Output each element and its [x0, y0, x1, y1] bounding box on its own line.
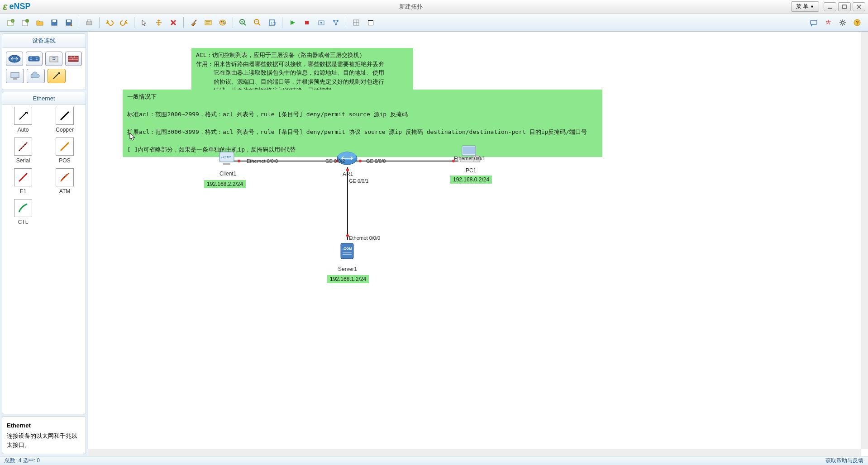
delete-icon[interactable] [167, 16, 180, 29]
conn-e1[interactable]: E1 [7, 168, 39, 195]
huawei-icon[interactable] [822, 16, 835, 29]
conn-pos[interactable]: POS [48, 138, 81, 164]
stop-icon[interactable] [300, 16, 313, 29]
svg-text:1:1: 1:1 [271, 21, 276, 25]
text-icon[interactable] [202, 16, 215, 29]
sidebar: 设备连线 Ethernet Auto Copper [0, 32, 88, 456]
maximize-button[interactable] [838, 2, 851, 11]
port-ar1-right: GE 0/0/0 [366, 158, 386, 164]
help-feedback-link[interactable]: 获取帮助与反馈 [825, 457, 863, 465]
message-icon[interactable] [807, 16, 820, 29]
svg-rect-44 [368, 21, 373, 25]
svg-rect-84 [341, 243, 353, 259]
category-wlan[interactable] [45, 52, 62, 66]
device-server1[interactable]: .COM [336, 240, 358, 263]
conn-ctl[interactable]: CTL [7, 199, 39, 225]
svg-line-53 [844, 20, 845, 21]
canvas-area[interactable]: ACL：访问控制列表，应用于三层设备（路由器或者三层交换机） 作用：用来告诉路由… [88, 32, 868, 456]
label-client1: Client1 [219, 171, 236, 177]
conn-serial[interactable]: Serial [7, 138, 39, 164]
zoom-out-icon[interactable] [251, 16, 264, 29]
svg-rect-66 [11, 72, 19, 78]
port-pc1: Ethernet 0/0/1 [454, 156, 485, 161]
svg-rect-60 [68, 56, 78, 62]
category-pc[interactable] [6, 69, 24, 83]
svg-point-8 [25, 19, 29, 23]
status-count: 总数: 4 选中: 0 [5, 457, 40, 465]
vertical-scrollbar[interactable] [861, 32, 868, 449]
device-client1[interactable]: HTTP [217, 149, 237, 169]
svg-rect-58 [29, 57, 39, 61]
svg-line-74 [61, 174, 67, 180]
settings-icon[interactable] [836, 16, 849, 29]
svg-rect-67 [13, 78, 17, 80]
window-title: 新建拓扑 [31, 3, 791, 11]
category-router[interactable] [6, 52, 23, 66]
pointer-icon[interactable] [138, 16, 151, 29]
window-icon[interactable] [364, 16, 377, 29]
note-acl-syntax[interactable]: 一般情况下 标准acl：范围2000~2999，格式：acl 列表号，rule … [123, 90, 602, 157]
svg-line-71 [61, 142, 69, 151]
svg-rect-12 [67, 20, 71, 22]
svg-rect-87 [343, 254, 352, 255]
save-icon[interactable] [48, 16, 61, 29]
svg-rect-86 [343, 252, 352, 253]
category-switch[interactable] [26, 52, 43, 66]
titlebar: εeNSP 新建拓扑 菜 单▼ [0, 0, 868, 14]
help-icon[interactable]: ? [851, 16, 863, 29]
pan-icon[interactable] [153, 16, 165, 29]
category-cloud[interactable] [27, 69, 45, 83]
svg-line-26 [244, 24, 246, 25]
save-as-icon[interactable] [62, 16, 75, 29]
minimize-button[interactable] [824, 2, 836, 11]
ip-server1[interactable]: 192.168.1.2/24 [327, 275, 369, 283]
horizontal-scrollbar[interactable] [88, 449, 861, 456]
zoom-fit-icon[interactable]: 1:1 [266, 16, 278, 29]
broom-icon[interactable] [187, 16, 200, 29]
connections-panel-title: Ethernet [2, 92, 86, 105]
app-logo: εeNSP [3, 1, 31, 13]
new-topo-icon[interactable]: + [5, 16, 17, 29]
zoom-in-icon[interactable] [237, 16, 249, 29]
redo-icon[interactable] [118, 16, 130, 29]
svg-rect-14 [87, 20, 91, 22]
toolbar: + 1:1 ? [0, 14, 868, 32]
menu-button[interactable]: 菜 单▼ [791, 1, 819, 12]
device-pc1[interactable] [458, 143, 482, 166]
undo-icon[interactable] [103, 16, 116, 29]
info-title: Ethernet [7, 421, 81, 430]
statusbar: 总数: 4 选中: 0 获取帮助与反馈 [0, 456, 868, 465]
ip-client1[interactable]: 192.168.2.2/24 [204, 180, 246, 188]
svg-line-68 [61, 112, 69, 120]
link-ar1-server[interactable] [347, 167, 348, 240]
palette-icon[interactable] [216, 16, 229, 29]
category-connection[interactable] [48, 69, 66, 83]
print-icon[interactable] [83, 16, 95, 29]
start-icon[interactable] [286, 16, 299, 29]
close-button[interactable] [853, 2, 865, 11]
svg-rect-81 [463, 147, 475, 154]
svg-line-51 [840, 20, 841, 21]
conn-copper[interactable]: Copper [48, 107, 81, 133]
new-blank-icon[interactable] [19, 16, 32, 29]
ip-pc1[interactable]: 192.168.0.2/24 [450, 176, 492, 184]
conn-auto[interactable]: Auto [7, 107, 39, 133]
svg-rect-13 [86, 22, 92, 25]
grid-icon[interactable] [350, 16, 362, 29]
devices-panel: 设备连线 [2, 33, 86, 90]
capture-icon[interactable] [315, 16, 328, 29]
svg-line-52 [844, 24, 845, 25]
port-dot [238, 160, 240, 162]
svg-line-17 [195, 20, 196, 22]
category-firewall[interactable] [65, 52, 82, 66]
topology-icon[interactable] [329, 16, 342, 29]
conn-atm[interactable]: ATM [48, 168, 81, 195]
svg-point-21 [219, 20, 226, 25]
svg-rect-10 [52, 20, 56, 22]
label-ar1: AR1 [343, 171, 353, 177]
svg-rect-34 [305, 21, 309, 24]
open-icon[interactable] [33, 16, 46, 29]
svg-point-23 [223, 20, 224, 22]
svg-line-54 [840, 24, 841, 25]
port-ar1-down: GE 0/0/1 [349, 178, 368, 184]
